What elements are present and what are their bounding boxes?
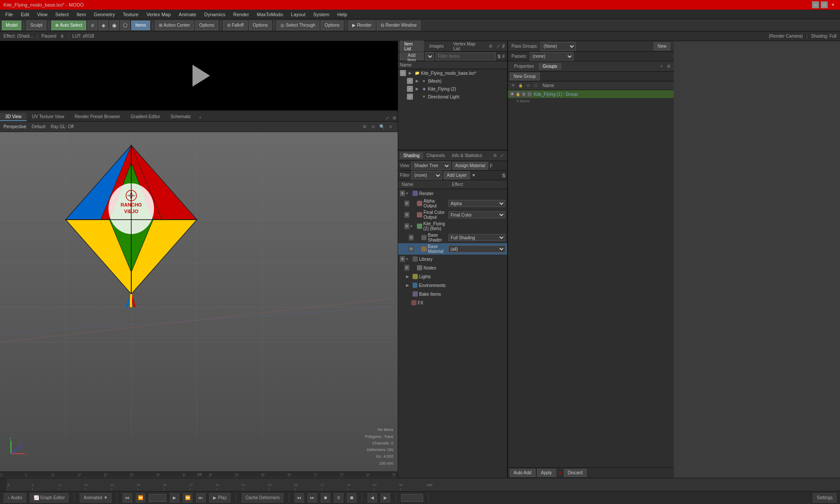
render-button[interactable]: ▶ Render: [348, 21, 375, 30]
transport-4[interactable]: ⏸: [334, 493, 343, 503]
group-lock-icon[interactable]: 🔒: [515, 91, 521, 97]
action-center-button[interactable]: ⊞ Action Center: [155, 21, 194, 30]
vis-eye-icon-4[interactable]: 👁: [407, 94, 413, 100]
item-list-expand-icon[interactable]: ⤢: [495, 43, 501, 50]
toolbar-icon-4[interactable]: ⬡: [120, 21, 130, 30]
transport-1[interactable]: ⏮: [294, 493, 304, 503]
group-vis-icon[interactable]: 👁: [510, 91, 515, 97]
toolbar-icon-2[interactable]: ◈: [98, 21, 108, 30]
shader-expand-library[interactable]: ▾: [406, 257, 411, 261]
tab-vertex-map[interactable]: Vertex Map List: [449, 41, 486, 52]
raygl-label[interactable]: Ray GL: Off: [51, 124, 74, 129]
menu-animate[interactable]: Animate: [175, 11, 200, 18]
perspective-label[interactable]: Perspective: [4, 124, 26, 129]
model-button[interactable]: Model: [2, 21, 21, 30]
list-item[interactable]: 👁 ▶ ◆ Kite_Flying (2): [398, 85, 507, 93]
video-play-button[interactable]: [188, 65, 210, 87]
settings-button[interactable]: Settings: [813, 493, 836, 503]
viewport-zoom-icon[interactable]: 🔍: [378, 123, 385, 130]
viewport-expand-button[interactable]: ⤢: [384, 114, 391, 121]
tab-groups[interactable]: Groups: [539, 63, 562, 70]
groups-col-icon2[interactable]: 🔒: [517, 82, 524, 89]
shader-row-nodes[interactable]: 👁 ▶ Nodes: [398, 263, 507, 272]
skip-start-button[interactable]: ⏮: [122, 493, 132, 503]
list-item[interactable]: 👁 ▶ 📁 Kite_Flying_modo_base.lxo*: [398, 69, 507, 77]
shader-expand-lights[interactable]: ▶: [406, 274, 411, 279]
assign-material-button[interactable]: Assign Material: [452, 162, 488, 170]
tab-uv-texture[interactable]: UV Texture View: [27, 113, 70, 121]
basematerial-effect-select[interactable]: (all): [448, 245, 505, 252]
menu-layout[interactable]: Layout: [287, 11, 309, 18]
auto-add-button[interactable]: Auto Add: [510, 469, 536, 477]
filter-items-input[interactable]: [436, 52, 496, 60]
viewport-look-icon[interactable]: ⊙: [370, 123, 377, 130]
vis-eye-icon[interactable]: 👁: [400, 70, 406, 76]
tab-properties[interactable]: Properties: [510, 63, 539, 70]
skip-end-button[interactable]: ⏭: [196, 493, 206, 503]
add-layer-arrow[interactable]: ▼: [472, 173, 476, 178]
expand-arrow[interactable]: ▶: [409, 71, 413, 75]
list-item[interactable]: 👁 🔒 ⊙ ☐ Kite_Flying (1) : Group: [508, 90, 674, 98]
expand-arrow-2[interactable]: ▶: [416, 79, 420, 83]
tab-shading[interactable]: Shading: [400, 152, 423, 159]
tab-add-button[interactable]: +: [196, 113, 204, 121]
viewport-more-icon[interactable]: ≡: [387, 123, 394, 130]
shader-row-bake[interactable]: ▶ Bake Items: [398, 290, 507, 298]
transport-3[interactable]: ⏺: [321, 493, 330, 503]
falloff-button[interactable]: ⊘ Falloff: [223, 21, 248, 30]
shader-row-baseshader[interactable]: 👁 ▶ Base Shader Full Shading: [398, 232, 507, 243]
select-through-button[interactable]: ◎ Select Through: [276, 21, 319, 30]
group-render-icon[interactable]: ⊙: [521, 91, 526, 97]
new-group-button[interactable]: New Group: [510, 73, 540, 80]
menu-help[interactable]: Help: [334, 11, 351, 18]
groups-settings-icon[interactable]: ⚙: [665, 63, 672, 70]
tab-3d-view[interactable]: 3D View: [0, 113, 27, 121]
cache-deformers-button[interactable]: Cache Deformers: [242, 493, 284, 503]
passes-select[interactable]: (none): [530, 52, 574, 61]
finalcolor-effect-select[interactable]: Final Color: [448, 211, 505, 218]
vis-eye-icon-2[interactable]: 👁: [407, 78, 413, 84]
menu-system[interactable]: System: [310, 11, 333, 18]
audio-button[interactable]: ♪ Audio: [4, 493, 26, 503]
toolbar-icon-1[interactable]: ≡: [88, 21, 97, 30]
play-forward-button[interactable]: ▶: [170, 493, 179, 503]
shader-row-basematerial[interactable]: 👁 ▶ Base Material (all): [398, 243, 507, 255]
transport-6[interactable]: ◀: [368, 493, 377, 503]
step-back-button[interactable]: ⏪: [136, 493, 145, 503]
baseshader-effect-select[interactable]: Full Shading: [448, 234, 505, 241]
add-layer-button[interactable]: Add Layer: [444, 172, 470, 179]
shader-vis-btn-nodes[interactable]: 👁: [404, 265, 410, 271]
shading-expand-icon[interactable]: ⤢: [498, 152, 505, 159]
menu-select[interactable]: Select: [52, 11, 72, 18]
shader-filter-select[interactable]: (none): [411, 171, 442, 180]
shader-row-fx[interactable]: FX: [398, 298, 507, 307]
alpha-effect-select[interactable]: Alpha: [448, 200, 505, 207]
shader-tree-select[interactable]: Shader Tree: [411, 161, 451, 170]
shader-vis-btn-basematerial[interactable]: 👁: [409, 246, 414, 252]
list-item[interactable]: 👁 ☀ Directional Light: [398, 93, 507, 101]
shader-row-library[interactable]: 👁 ▾ Library: [398, 255, 507, 263]
discard-button[interactable]: Discard: [564, 469, 587, 477]
menu-dynamics[interactable]: Dynamics: [201, 11, 229, 18]
tab-item-list[interactable]: Item List: [400, 41, 424, 52]
close-button[interactable]: ✕: [830, 1, 836, 8]
menu-vertexmap[interactable]: Vertex Map: [143, 11, 175, 18]
tab-images[interactable]: Images: [425, 43, 448, 49]
toolbar-icon-3[interactable]: ◉: [109, 21, 119, 30]
tab-info-statistics[interactable]: Info & Statistics: [448, 152, 486, 159]
shader-vis-btn-finalcolor[interactable]: 👁: [404, 212, 410, 218]
viewport-scene[interactable]: RANCHO VIEJO: [0, 132, 398, 471]
menu-view[interactable]: View: [34, 11, 51, 18]
groups-col-icon4[interactable]: ☐: [532, 82, 539, 89]
shader-vis-btn[interactable]: 👁: [400, 190, 405, 196]
menu-edit[interactable]: Edit: [18, 11, 33, 18]
shader-row-alpha[interactable]: 👁 ▶ Alpha Output Alpha: [398, 198, 507, 209]
options-button-3[interactable]: Options: [321, 21, 343, 30]
shader-row-render[interactable]: 👁 ▾ Render: [398, 189, 507, 198]
apply-button[interactable]: Apply: [537, 469, 556, 477]
menu-maxtomodo[interactable]: MaxToModo: [253, 11, 287, 18]
end-frame-input[interactable]: 100: [401, 494, 423, 502]
maximize-button[interactable]: □: [821, 1, 828, 8]
menu-render[interactable]: Render: [230, 11, 252, 18]
options-button-1[interactable]: Options: [195, 21, 218, 30]
